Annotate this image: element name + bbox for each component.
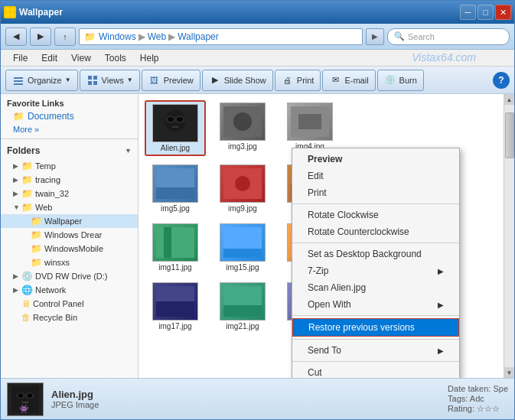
scroll-down-button[interactable]: ▼ bbox=[504, 367, 515, 378]
back-button[interactable]: ◀ bbox=[5, 28, 27, 46]
burn-icon: 💿 bbox=[384, 74, 396, 86]
tree-item-winmobile[interactable]: 📁 WindowsMobile bbox=[1, 242, 138, 256]
tree-item-wallpaper[interactable]: 📁 Wallpaper bbox=[1, 214, 138, 228]
menu-view[interactable]: View bbox=[65, 51, 97, 65]
organize-icon bbox=[12, 74, 24, 86]
svg-rect-0 bbox=[5, 8, 9, 11]
preview-label: Preview bbox=[164, 76, 194, 85]
tree-item-twain[interactable]: ▶ 📁 twain_32 bbox=[1, 187, 138, 200]
svg-point-18 bbox=[233, 112, 252, 131]
folders-arrow: ▼ bbox=[125, 147, 132, 155]
tree-label: Windows Drear bbox=[44, 230, 102, 239]
file-img3[interactable]: img3.jpg bbox=[212, 100, 273, 156]
folder-icon: 📁 bbox=[21, 161, 33, 171]
tree-item-controlpanel[interactable]: 🖥 Control Panel bbox=[1, 297, 138, 311]
menu-edit[interactable]: Edit bbox=[35, 51, 64, 65]
tree-item-network[interactable]: ▶ 🌐 Network bbox=[1, 283, 138, 297]
search-placeholder: Search bbox=[408, 32, 435, 41]
preview-button[interactable]: 🖼 Preview bbox=[142, 70, 200, 91]
sidebar-documents[interactable]: 📁 Documents bbox=[1, 109, 138, 123]
tree-label: winsxs bbox=[44, 258, 70, 267]
ctx-print[interactable]: Print bbox=[292, 184, 459, 201]
file-img5[interactable]: img5.jpg bbox=[145, 162, 206, 215]
file-img21[interactable]: img21.jpg bbox=[212, 280, 273, 333]
maximize-button[interactable]: □ bbox=[478, 5, 494, 20]
tree-item-web[interactable]: ▼ 📁 Web bbox=[1, 200, 138, 214]
up-button[interactable]: ↑ bbox=[54, 28, 76, 46]
address-path[interactable]: 📁 Windows ▶ Web ▶ Wallpaper bbox=[79, 28, 363, 45]
views-button[interactable]: Views ▼ bbox=[80, 70, 140, 91]
folder-icon: 📁 bbox=[21, 174, 33, 185]
toolbar: Organize ▼ Views ▼ 🖼 Preview ▶ Slide Sho… bbox=[1, 67, 514, 94]
file-name-img11: img11.jpg bbox=[158, 263, 191, 272]
slideshow-button[interactable]: ▶ Slide Show bbox=[202, 70, 273, 91]
ctx-rotate-cw[interactable]: Rotate Clockwise bbox=[292, 207, 459, 223]
file-name-img3: img3.jpg bbox=[228, 142, 257, 151]
file-thumb-img5 bbox=[152, 164, 198, 203]
search-box[interactable]: 🔍 Search bbox=[387, 28, 510, 45]
watermark: Vistax64.com bbox=[412, 51, 476, 63]
tree-item-winsxs[interactable]: 📁 winsxs bbox=[1, 256, 138, 269]
expand-icon: ▶ bbox=[13, 272, 19, 280]
svg-point-44 bbox=[28, 393, 32, 397]
folders-header[interactable]: Folders ▼ bbox=[1, 142, 138, 159]
file-img9[interactable]: img9.jpg bbox=[212, 162, 273, 215]
svg-rect-36 bbox=[223, 305, 262, 317]
scroll-thumb[interactable] bbox=[505, 112, 514, 158]
tree-item-windream[interactable]: 📁 Windows Drear bbox=[1, 228, 138, 242]
recycle-icon: 🗑 bbox=[21, 312, 31, 323]
file-img17[interactable]: img17.jpg bbox=[145, 280, 206, 333]
burn-button[interactable]: 💿 Burn bbox=[377, 70, 424, 91]
ctx-rotate-ccw[interactable]: Rotate Counterclockwise bbox=[292, 223, 459, 240]
forward-button[interactable]: ▶ bbox=[30, 28, 51, 46]
ctx-sep3 bbox=[292, 315, 459, 316]
menu-file[interactable]: File bbox=[7, 51, 34, 65]
ctx-desktop-bg[interactable]: Set as Desktop Background bbox=[292, 246, 459, 262]
svg-rect-6 bbox=[14, 83, 23, 85]
ctx-restore[interactable]: Restore previous versions bbox=[292, 318, 459, 337]
documents-icon: 📁 bbox=[13, 111, 24, 122]
file-thumb-alien bbox=[152, 104, 198, 142]
ctx-preview[interactable]: Preview bbox=[292, 151, 459, 168]
organize-button[interactable]: Organize ▼ bbox=[5, 70, 78, 91]
rating-label: Rating: bbox=[448, 404, 474, 413]
sidebar-scroll[interactable]: Favorite Links 📁 Documents More » Folder… bbox=[1, 94, 138, 378]
status-rating: Rating: ☆☆☆ bbox=[448, 404, 508, 414]
folder-icon: 📁 bbox=[31, 257, 42, 268]
ctx-edit[interactable]: Edit bbox=[292, 168, 459, 184]
sidebar-more[interactable]: More » bbox=[1, 123, 138, 135]
burn-label: Burn bbox=[399, 76, 417, 85]
close-button[interactable]: ✕ bbox=[495, 5, 511, 20]
svg-rect-34 bbox=[156, 301, 194, 317]
tree-item-dvd[interactable]: ▶ 💿 DVD RW Drive (D:) bbox=[1, 269, 138, 283]
ctx-7zip[interactable]: 7-Zip ▶ bbox=[292, 262, 459, 279]
tree-item-recycle[interactable]: 🗑 Recycle Bin bbox=[1, 311, 138, 324]
scroll-track[interactable] bbox=[504, 105, 515, 367]
svg-rect-1 bbox=[11, 8, 15, 11]
menu-tools[interactable]: Tools bbox=[99, 51, 132, 65]
menu-help[interactable]: Help bbox=[134, 51, 165, 65]
status-bar: 👾 Alien.jpg JPEG Image Date taken: Spe T… bbox=[1, 378, 514, 419]
ctx-sendto[interactable]: Send To ▶ bbox=[292, 342, 459, 359]
email-button[interactable]: ✉ E-mail bbox=[322, 70, 375, 91]
rating-value: ☆☆☆ bbox=[477, 404, 500, 413]
content-scrollbar[interactable]: ▲ ▼ bbox=[504, 94, 514, 378]
print-button[interactable]: 🖨 Print bbox=[275, 70, 321, 91]
status-filetype: JPEG Image bbox=[51, 400, 440, 409]
file-name-img15: img15.jpg bbox=[226, 263, 259, 272]
ctx-scan[interactable]: Scan Alien.jpg bbox=[292, 279, 459, 296]
scroll-up-button[interactable]: ▲ bbox=[504, 94, 515, 105]
tree-item-tracing[interactable]: ▶ 📁 tracing bbox=[1, 173, 138, 187]
file-img15[interactable]: img15.jpg bbox=[212, 221, 273, 274]
tree-item-temp[interactable]: ▶ 📁 Temp bbox=[1, 159, 138, 173]
file-thumb-img17 bbox=[152, 282, 198, 321]
file-alien[interactable]: Alien.jpg bbox=[145, 100, 206, 156]
address-go-button[interactable]: ▶ bbox=[366, 28, 384, 45]
file-name-alien: Alien.jpg bbox=[161, 144, 190, 152]
ctx-cut[interactable]: Cut bbox=[292, 364, 459, 378]
help-button[interactable]: ? bbox=[493, 72, 510, 89]
svg-rect-8 bbox=[93, 76, 97, 80]
file-img11[interactable]: img11.jpg bbox=[145, 221, 206, 274]
minimize-button[interactable]: ─ bbox=[460, 5, 476, 20]
ctx-openwith[interactable]: Open With ▶ bbox=[292, 296, 459, 313]
